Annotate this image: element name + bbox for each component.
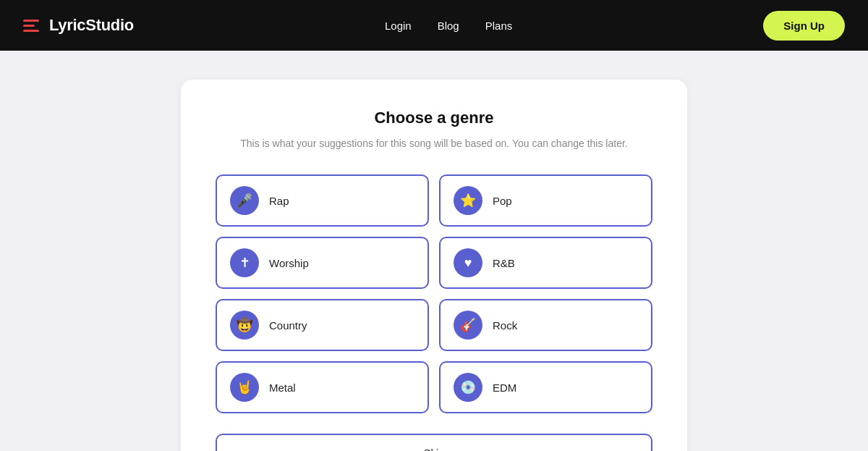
main-content: Choose a genre This is what your suggest… xyxy=(0,51,868,451)
genre-label-pop: Pop xyxy=(493,195,512,207)
card-title: Choose a genre xyxy=(216,109,652,127)
genre-btn-rap[interactable]: 🎤Rap xyxy=(216,174,429,227)
genre-btn-country[interactable]: 🤠Country xyxy=(216,299,429,351)
logo-icon xyxy=(23,20,39,32)
genre-icon-randb: ♥ xyxy=(454,248,482,277)
genre-btn-pop[interactable]: ⭐Pop xyxy=(439,174,652,227)
card-subtitle: This is what your suggestions for this s… xyxy=(216,136,652,151)
genre-btn-worship[interactable]: ✝Worship xyxy=(216,237,429,289)
skip-button[interactable]: Skip xyxy=(216,434,652,451)
genre-btn-edm[interactable]: 💿EDM xyxy=(439,361,652,413)
logo-text: LyricStudio xyxy=(49,16,134,35)
genre-label-country: Country xyxy=(269,319,307,332)
genre-grid: 🎤Rap⭐Pop✝Worship♥R&B🤠Country🎸Rock🤘Metal💿… xyxy=(216,174,652,413)
genre-btn-metal[interactable]: 🤘Metal xyxy=(216,361,429,413)
genre-icon-country: 🤠 xyxy=(230,311,259,340)
navbar: LyricStudio Login Blog Plans Sign Up xyxy=(0,0,868,51)
nav-blog-link[interactable]: Blog xyxy=(438,20,459,32)
genre-icon-rock: 🎸 xyxy=(454,311,482,340)
genre-label-worship: Worship xyxy=(269,257,309,269)
nav-logo-area: LyricStudio xyxy=(23,16,134,35)
genre-label-metal: Metal xyxy=(269,382,296,394)
nav-plans-link[interactable]: Plans xyxy=(485,20,513,32)
genre-icon-worship: ✝ xyxy=(230,248,259,277)
genre-icon-rap: 🎤 xyxy=(230,186,259,215)
genre-label-rap: Rap xyxy=(269,195,289,207)
signup-button[interactable]: Sign Up xyxy=(763,11,845,41)
genre-label-rock: Rock xyxy=(493,319,517,332)
genre-icon-edm: 💿 xyxy=(454,373,482,402)
genre-label-randb: R&B xyxy=(493,257,515,269)
nav-links: Login Blog Plans xyxy=(385,20,512,32)
genre-icon-metal: 🤘 xyxy=(230,373,259,402)
nav-login-link[interactable]: Login xyxy=(385,20,412,32)
genre-card: Choose a genre This is what your suggest… xyxy=(181,80,687,451)
genre-label-edm: EDM xyxy=(493,382,516,394)
genre-btn-rock[interactable]: 🎸Rock xyxy=(439,299,652,351)
genre-btn-randb[interactable]: ♥R&B xyxy=(439,237,652,289)
genre-icon-pop: ⭐ xyxy=(454,186,482,215)
